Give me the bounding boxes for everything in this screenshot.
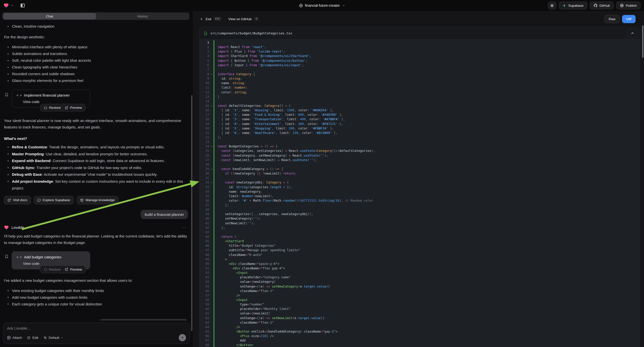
sliders-icon xyxy=(43,336,47,340)
line-number: 55 xyxy=(200,284,210,289)
manage-knowledge-button[interactable]: Manage knowledge xyxy=(77,196,118,204)
explore-supabase-button[interactable]: Explore Supabase xyxy=(34,196,74,204)
version-card-implement-financial-planner[interactable]: < > Implement financial planner View cod… xyxy=(12,90,90,108)
fold-toggle-icon xyxy=(210,248,214,252)
chevron-right-icon[interactable] xyxy=(79,94,86,97)
view-code-link[interactable]: View code xyxy=(23,100,86,104)
fold-toggle-icon[interactable]: ∨ xyxy=(210,144,214,148)
fold-toggle-icon xyxy=(210,81,214,86)
line-number: 43 xyxy=(200,230,210,234)
line-number: 21 xyxy=(200,131,210,135)
supabase-button[interactable]: Supabase xyxy=(559,2,587,10)
line-number: 18 xyxy=(200,117,210,122)
fold-toggle-icon xyxy=(210,266,214,270)
chat-bubble-icon xyxy=(37,198,41,202)
top-bar: financial-future-creator Supabase xyxy=(0,0,644,11)
whats-next-item: Master Prompting: Use clear, detailed, a… xyxy=(4,150,188,158)
whats-next-item: Refine & Customize: Tweak the design, an… xyxy=(4,144,188,150)
collapse-file-button[interactable] xyxy=(628,29,637,38)
tab-history[interactable]: History xyxy=(96,13,189,20)
code-line: 52 <Input xyxy=(200,270,640,275)
line-number: 56 xyxy=(200,289,210,293)
esc-shortcut-badge: ESC xyxy=(214,17,222,21)
code-line: 46 title="Budget Categories" xyxy=(200,244,640,248)
preview-button[interactable]: Preview xyxy=(65,106,82,110)
fold-toggle-icon xyxy=(210,198,214,203)
raw-toggle-button[interactable]: Raw xyxy=(604,15,620,23)
code-line: 23 xyxy=(200,140,640,144)
send-button[interactable] xyxy=(179,334,186,341)
fold-toggle-icon xyxy=(210,126,214,131)
project-switcher[interactable]: financial-future-creator xyxy=(299,0,345,11)
visit-docs-button[interactable]: Visit docs xyxy=(4,196,31,204)
version-card-add-budget-categories[interactable]: < > Add budget categories View code Rest… xyxy=(12,252,90,269)
exit-button[interactable]: Exit ESC xyxy=(200,17,222,21)
chevron-right-icon[interactable] xyxy=(79,256,86,259)
line-number: 42 xyxy=(200,226,210,230)
edit-mode-button[interactable]: Edit xyxy=(27,336,38,340)
fold-toggle-icon xyxy=(210,262,214,266)
fold-toggle-icon xyxy=(210,280,214,284)
app-window: financial-future-creator Supabase xyxy=(0,0,644,347)
restore-preview-toolbar: Restore Preview xyxy=(40,266,86,273)
code-lines[interactable]: 1 2import React from 'react';3import { P… xyxy=(200,40,640,347)
list-item: Each category gets a unique color for vi… xyxy=(4,301,188,308)
settings-button[interactable] xyxy=(548,2,556,10)
line-number: 22 xyxy=(200,135,210,140)
file-header[interactable]: src/components/budget/BudgetCategories.t… xyxy=(200,27,640,40)
github-button[interactable]: GitHub xyxy=(590,2,614,10)
bookmark-icon[interactable] xyxy=(4,254,9,259)
chat-scroll-area[interactable]: Clean, intuitive navigation For the desi… xyxy=(0,20,193,320)
code-line: 19 { id: '4', name: 'Entertainment', lim… xyxy=(200,122,640,126)
fold-toggle-icon xyxy=(210,185,214,190)
code-line: 2import React from 'react'; xyxy=(200,45,640,49)
fold-toggle-icon xyxy=(210,298,214,302)
list-item: Minimalist interface with plenty of whit… xyxy=(4,44,188,50)
line-number: 17 xyxy=(200,112,210,117)
line-number: 23 xyxy=(200,140,210,144)
fold-toggle-icon[interactable]: ∨ xyxy=(210,180,214,185)
code-line: 4import ChartCard from '@/components/ui/… xyxy=(200,54,640,58)
whats-next-item: GitHub Sync: Transfer your project's cod… xyxy=(4,164,188,171)
whats-next-item: Expand with Backend: Connect Supabase to… xyxy=(4,157,188,164)
chat-scrollbar[interactable] xyxy=(191,95,192,331)
toggle-sidebar-button[interactable] xyxy=(19,2,26,9)
code-line: 55 onChange={(e) => setNewCategory(e.tar… xyxy=(200,284,640,289)
publish-globe-icon xyxy=(620,4,624,8)
code-line: 48 className="h-auto" xyxy=(200,253,640,257)
tab-chat[interactable]: Chat xyxy=(3,13,96,20)
line-number: 32 xyxy=(200,180,210,185)
fold-toggle-icon xyxy=(210,108,214,112)
restore-button[interactable]: Restore xyxy=(44,106,61,110)
code-line: 51 <div className="flex gap-4"> xyxy=(200,266,640,270)
code-scrollbar[interactable] xyxy=(642,26,644,58)
bookmark-icon[interactable] xyxy=(4,92,9,97)
lovable-logo-icon[interactable] xyxy=(4,3,9,8)
view-code-link[interactable]: View code xyxy=(23,262,86,266)
fold-toggle-icon xyxy=(210,257,214,262)
line-number: 12 xyxy=(200,90,210,94)
view-on-github-button[interactable]: View on GitHub G xyxy=(228,17,259,21)
code-line: 39 setCategories([...categories, newCate… xyxy=(200,212,640,216)
restore-button[interactable]: Restore xyxy=(44,268,61,271)
diff-toggle-button[interactable]: Diff xyxy=(622,15,636,23)
attach-button[interactable]: Attach xyxy=(7,336,22,340)
chat-input-box[interactable]: Ask Lovable... Attach Edit xyxy=(3,322,190,344)
code-line: 33 id: String(categories.length + 1), xyxy=(200,185,640,190)
target-icon xyxy=(27,336,30,340)
preview-button[interactable]: Preview xyxy=(65,268,82,271)
list-item: Clean typography with clear hierarchies xyxy=(4,64,188,70)
whats-next-list: Refine & Customize: Tweak the design, an… xyxy=(4,144,188,192)
workspace-chevron-down-icon[interactable] xyxy=(10,4,14,7)
line-number: 68 xyxy=(200,343,210,347)
fold-toggle-icon[interactable]: ∨ xyxy=(210,104,214,108)
fold-toggle-icon xyxy=(210,131,214,135)
fold-toggle-icon[interactable]: ∨ xyxy=(210,167,214,171)
line-number: 65 xyxy=(200,329,210,334)
publish-button[interactable]: Publish xyxy=(616,2,640,10)
code-line: 16 { id: '1', name: 'Housing', limit: 15… xyxy=(200,108,640,112)
whats-next-heading: What's next? xyxy=(4,136,188,141)
fold-toggle-icon[interactable]: ∨ xyxy=(210,72,214,76)
message-menu-button[interactable]: ··· xyxy=(182,225,188,230)
model-selector[interactable]: Default xyxy=(43,336,64,340)
